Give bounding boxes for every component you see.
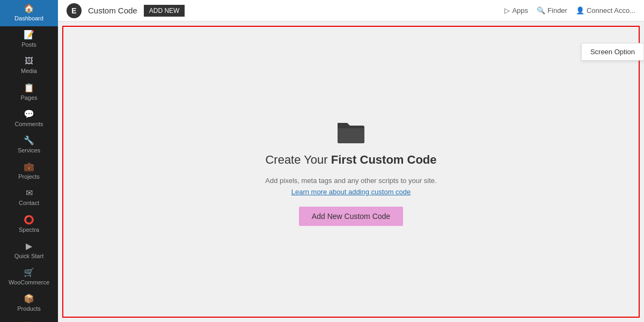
woocommerce-icon: 🛒 [24,268,34,277]
sidebar-item-quick-start[interactable]: ▶ Quick Start [0,238,58,264]
topbar: E Custom Code ADD NEW ▷ Apps 🔍 Finder 👤 … [58,0,644,21]
services-icon: 🔧 [24,136,34,145]
search-icon: 🔍 [537,6,545,14]
sidebar-item-label: Projects [18,173,40,180]
sidebar-item-products[interactable]: 📦 Products [0,290,58,317]
products-icon: 📦 [24,295,34,303]
sidebar-item-label: Pages [20,94,37,101]
folder-icon [335,118,367,144]
sidebar-item-pages[interactable]: 📋 Pages [0,79,58,106]
empty-state-heading: Create Your First Custom Code [265,153,436,167]
sidebar: 🏠 Dashboard 📝 Posts 🖼 Media 📋 Pages 💬 Co… [0,0,58,322]
quick-start-icon: ▶ [26,242,32,251]
sidebar-item-projects[interactable]: 💼 Projects [0,158,58,185]
sidebar-item-services[interactable]: 🔧 Services [0,132,58,158]
learn-more-link[interactable]: Learn more about adding custom code [291,188,411,196]
page-title: Custom Code [88,6,137,15]
topbar-connect[interactable]: 👤 Connect Acco... [576,6,635,14]
sidebar-item-label: Dashboard [14,15,43,22]
user-icon: 👤 [576,6,584,14]
content-frame: Create Your First Custom Code Add pixels… [62,26,640,318]
dashboard-icon: 🏠 [24,4,34,13]
sidebar-item-label: Services [18,147,40,154]
add-custom-code-button[interactable]: Add New Custom Code [299,207,403,226]
sidebar-item-label: Products [17,305,40,312]
media-icon: 🖼 [25,57,33,65]
sidebar-item-spectra[interactable]: ⭕ Spectra [0,211,58,238]
sidebar-item-dashboard[interactable]: 🏠 Dashboard [0,0,58,26]
sidebar-item-media[interactable]: 🖼 Media [0,53,58,79]
sidebar-item-woocommerce[interactable]: 🛒 WooCommerce [0,264,58,290]
add-new-button[interactable]: ADD NEW [144,5,185,17]
sidebar-item-label: Posts [21,41,36,48]
main-area: E Custom Code ADD NEW ▷ Apps 🔍 Finder 👤 … [58,0,644,322]
sidebar-item-label: Comments [14,121,43,128]
sidebar-item-contact[interactable]: ✉ Contact [0,185,58,211]
posts-icon: 📝 [24,31,34,39]
sidebar-item-label: Quick Start [14,253,43,260]
projects-icon: 💼 [24,163,34,171]
content-area: Screen Option Create Your First Custom C… [58,21,644,322]
topbar-apps[interactable]: ▷ Apps [504,6,528,14]
sidebar-item-payments[interactable]: 💳 Payments 1 [0,317,58,322]
sidebar-item-comments[interactable]: 💬 Comments [0,106,58,132]
sidebar-item-label: Media [21,68,37,75]
empty-state: Create Your First Custom Code Add pixels… [265,118,436,226]
topbar-right: ▷ Apps 🔍 Finder 👤 Connect Acco... [504,6,635,14]
spectra-icon: ⭕ [24,216,34,224]
contact-icon: ✉ [26,189,33,197]
comments-icon: 💬 [24,110,34,119]
empty-state-description: Add pixels, meta tags and any other scri… [265,175,436,198]
screen-options-dropdown[interactable]: Screen Option [581,43,644,61]
sidebar-item-label: WooCommerce [9,279,49,286]
sidebar-item-posts[interactable]: 📝 Posts [0,26,58,53]
page-icon: E [67,3,82,18]
sidebar-item-label: Spectra [19,226,39,233]
topbar-left: E Custom Code ADD NEW [67,3,185,18]
apps-arrow-icon: ▷ [504,6,510,14]
sidebar-item-label: Contact [19,200,39,207]
topbar-finder[interactable]: 🔍 Finder [537,6,567,14]
pages-icon: 📋 [24,84,34,92]
